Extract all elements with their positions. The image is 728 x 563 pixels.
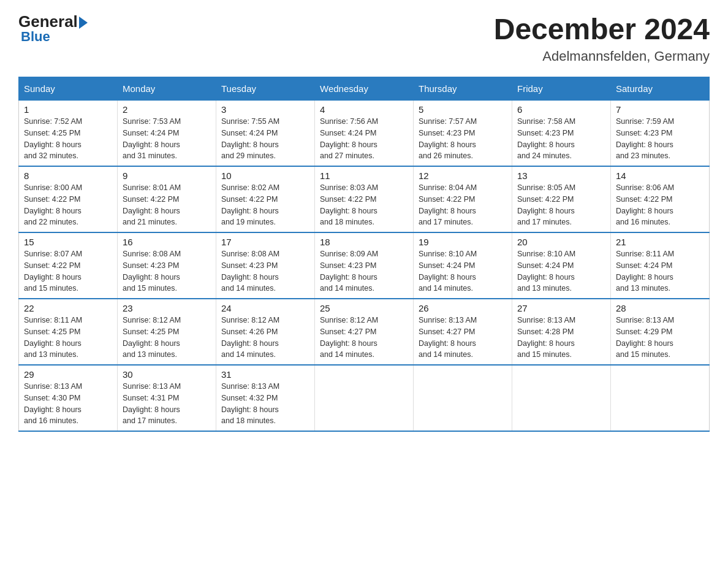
day-info: Sunrise: 8:11 AMSunset: 4:25 PMDaylight:… [24,315,112,361]
calendar-header: Sunday Monday Tuesday Wednesday Thursday… [19,77,710,101]
calendar-cell: 7 Sunrise: 7:59 AMSunset: 4:23 PMDayligh… [611,101,710,167]
day-number: 19 [419,237,507,247]
calendar-cell: 28 Sunrise: 8:13 AMSunset: 4:29 PMDaylig… [611,299,710,365]
calendar-cell: 17 Sunrise: 8:08 AMSunset: 4:23 PMDaylig… [216,232,315,299]
day-info: Sunrise: 7:59 AMSunset: 4:23 PMDaylight:… [616,116,704,162]
day-info: Sunrise: 8:13 AMSunset: 4:30 PMDaylight:… [24,381,112,427]
day-info: Sunrise: 8:09 AMSunset: 4:23 PMDaylight:… [320,248,408,294]
title-section: December 2024 Adelmannsfelden, Germany [494,12,710,64]
col-sunday: Sunday [19,77,118,101]
calendar-cell: 18 Sunrise: 8:09 AMSunset: 4:23 PMDaylig… [315,232,414,299]
header-row: Sunday Monday Tuesday Wednesday Thursday… [19,77,710,101]
day-info: Sunrise: 8:03 AMSunset: 4:22 PMDaylight:… [320,182,408,228]
calendar-cell [414,365,512,431]
day-number: 12 [419,170,507,181]
day-number: 8 [24,170,112,181]
col-wednesday: Wednesday [315,77,414,101]
day-number: 27 [517,303,605,313]
calendar-cell: 12 Sunrise: 8:04 AMSunset: 4:22 PMDaylig… [414,166,512,232]
day-info: Sunrise: 8:08 AMSunset: 4:23 PMDaylight:… [123,248,211,294]
day-info: Sunrise: 8:13 AMSunset: 4:32 PMDaylight:… [221,381,309,427]
day-info: Sunrise: 7:57 AMSunset: 4:23 PMDaylight:… [419,116,507,162]
day-info: Sunrise: 8:07 AMSunset: 4:22 PMDaylight:… [24,248,112,294]
week-row-2: 8 Sunrise: 8:00 AMSunset: 4:22 PMDayligh… [19,166,710,232]
calendar-cell: 15 Sunrise: 8:07 AMSunset: 4:22 PMDaylig… [19,232,118,299]
calendar-cell [315,365,414,431]
calendar-cell: 14 Sunrise: 8:06 AMSunset: 4:22 PMDaylig… [611,166,710,232]
calendar-cell: 8 Sunrise: 8:00 AMSunset: 4:22 PMDayligh… [19,166,118,232]
calendar-cell: 1 Sunrise: 7:52 AMSunset: 4:25 PMDayligh… [19,101,118,167]
week-row-3: 15 Sunrise: 8:07 AMSunset: 4:22 PMDaylig… [19,232,710,299]
day-number: 10 [221,170,309,181]
day-number: 24 [221,303,309,313]
day-number: 20 [517,237,605,247]
day-info: Sunrise: 8:00 AMSunset: 4:22 PMDaylight:… [24,182,112,228]
day-number: 16 [123,237,211,247]
day-info: Sunrise: 8:04 AMSunset: 4:22 PMDaylight:… [419,182,507,228]
day-number: 22 [24,303,112,313]
day-number: 5 [419,104,507,115]
day-number: 31 [221,369,309,380]
day-number: 13 [517,170,605,181]
day-number: 11 [320,170,408,181]
day-number: 2 [123,104,211,115]
day-info: Sunrise: 7:55 AMSunset: 4:24 PMDaylight:… [221,116,309,162]
calendar-cell: 26 Sunrise: 8:13 AMSunset: 4:27 PMDaylig… [414,299,512,365]
calendar-cell: 3 Sunrise: 7:55 AMSunset: 4:24 PMDayligh… [216,101,315,167]
location-subtitle: Adelmannsfelden, Germany [494,48,710,64]
calendar-cell: 23 Sunrise: 8:12 AMSunset: 4:25 PMDaylig… [118,299,216,365]
calendar-cell: 16 Sunrise: 8:08 AMSunset: 4:23 PMDaylig… [118,232,216,299]
page-header: General Blue December 2024 Adelmannsfeld… [18,12,710,64]
day-number: 15 [24,237,112,247]
col-thursday: Thursday [414,77,512,101]
day-number: 21 [616,237,704,247]
day-number: 14 [616,170,704,181]
day-number: 25 [320,303,408,313]
calendar-cell: 20 Sunrise: 8:10 AMSunset: 4:24 PMDaylig… [512,232,611,299]
day-number: 28 [616,303,704,313]
calendar-cell: 29 Sunrise: 8:13 AMSunset: 4:30 PMDaylig… [19,365,118,431]
day-info: Sunrise: 8:02 AMSunset: 4:22 PMDaylight:… [221,182,309,228]
calendar-cell: 10 Sunrise: 8:02 AMSunset: 4:22 PMDaylig… [216,166,315,232]
day-info: Sunrise: 8:12 AMSunset: 4:25 PMDaylight:… [123,315,211,361]
calendar-cell [512,365,611,431]
calendar-cell: 4 Sunrise: 7:56 AMSunset: 4:24 PMDayligh… [315,101,414,167]
calendar-cell: 27 Sunrise: 8:13 AMSunset: 4:28 PMDaylig… [512,299,611,365]
day-info: Sunrise: 8:01 AMSunset: 4:22 PMDaylight:… [123,182,211,228]
calendar-cell: 21 Sunrise: 8:11 AMSunset: 4:24 PMDaylig… [611,232,710,299]
logo: General Blue [18,12,88,45]
day-info: Sunrise: 8:05 AMSunset: 4:22 PMDaylight:… [517,182,605,228]
calendar-cell: 2 Sunrise: 7:53 AMSunset: 4:24 PMDayligh… [118,101,216,167]
calendar-cell: 22 Sunrise: 8:11 AMSunset: 4:25 PMDaylig… [19,299,118,365]
page-title: December 2024 [494,12,710,46]
day-info: Sunrise: 8:13 AMSunset: 4:27 PMDaylight:… [419,315,507,361]
calendar-cell: 5 Sunrise: 7:57 AMSunset: 4:23 PMDayligh… [414,101,512,167]
week-row-4: 22 Sunrise: 8:11 AMSunset: 4:25 PMDaylig… [19,299,710,365]
day-info: Sunrise: 8:10 AMSunset: 4:24 PMDaylight:… [517,248,605,294]
day-number: 6 [517,104,605,115]
day-number: 3 [221,104,309,115]
day-number: 4 [320,104,408,115]
day-info: Sunrise: 7:58 AMSunset: 4:23 PMDaylight:… [517,116,605,162]
col-tuesday: Tuesday [216,77,315,101]
day-info: Sunrise: 7:53 AMSunset: 4:24 PMDaylight:… [123,116,211,162]
day-info: Sunrise: 8:06 AMSunset: 4:22 PMDaylight:… [616,182,704,228]
day-info: Sunrise: 8:13 AMSunset: 4:29 PMDaylight:… [616,315,704,361]
day-number: 17 [221,237,309,247]
logo-sub: Blue [21,29,50,45]
day-info: Sunrise: 8:13 AMSunset: 4:28 PMDaylight:… [517,315,605,361]
day-number: 26 [419,303,507,313]
calendar-cell: 31 Sunrise: 8:13 AMSunset: 4:32 PMDaylig… [216,365,315,431]
calendar-cell: 25 Sunrise: 8:12 AMSunset: 4:27 PMDaylig… [315,299,414,365]
calendar-cell: 11 Sunrise: 8:03 AMSunset: 4:22 PMDaylig… [315,166,414,232]
calendar-table: Sunday Monday Tuesday Wednesday Thursday… [18,77,710,432]
day-info: Sunrise: 8:12 AMSunset: 4:27 PMDaylight:… [320,315,408,361]
day-info: Sunrise: 8:08 AMSunset: 4:23 PMDaylight:… [221,248,309,294]
day-number: 18 [320,237,408,247]
calendar-cell: 6 Sunrise: 7:58 AMSunset: 4:23 PMDayligh… [512,101,611,167]
calendar-cell: 19 Sunrise: 8:10 AMSunset: 4:24 PMDaylig… [414,232,512,299]
day-info: Sunrise: 8:11 AMSunset: 4:24 PMDaylight:… [616,248,704,294]
calendar-cell [611,365,710,431]
calendar-cell: 30 Sunrise: 8:13 AMSunset: 4:31 PMDaylig… [118,365,216,431]
day-number: 30 [123,369,211,380]
